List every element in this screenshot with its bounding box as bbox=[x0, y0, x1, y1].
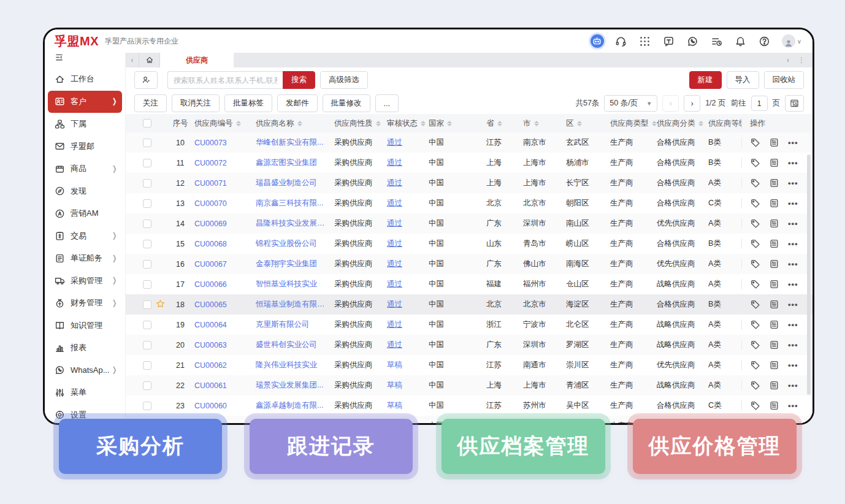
more-actions-icon[interactable]: ••• bbox=[788, 320, 798, 329]
tag-icon[interactable] bbox=[750, 218, 760, 229]
more-actions-icon[interactable]: ••• bbox=[788, 138, 798, 147]
translate-bubble-icon[interactable] bbox=[662, 34, 676, 48]
supplier-name-link[interactable]: 盛世科创实业公司 bbox=[256, 340, 317, 350]
tag-icon[interactable] bbox=[750, 380, 760, 391]
overlay-button-2[interactable]: 跟进记录 bbox=[250, 419, 413, 474]
column-header-category[interactable]: 供应商分类 bbox=[657, 118, 708, 129]
ai-assistant-icon[interactable] bbox=[591, 34, 604, 48]
more-actions-icon[interactable]: ••• bbox=[788, 280, 798, 289]
advanced-filter-button[interactable]: 高级筛选 bbox=[320, 71, 368, 89]
tag-icon[interactable] bbox=[750, 178, 760, 188]
supplier-code-link[interactable]: CU00067 bbox=[194, 260, 227, 269]
detail-form-icon[interactable] bbox=[769, 218, 779, 229]
supplier-name-link[interactable]: 恒瑞基业制造有限… bbox=[256, 299, 325, 310]
table-row[interactable]: 12CU00071瑞昌盛业制造公司采购供应商通过中国上海上海市长宁区生产商合格供… bbox=[126, 173, 812, 193]
row-checkbox[interactable] bbox=[143, 361, 151, 370]
tag-icon[interactable] bbox=[750, 259, 760, 269]
row-checkbox[interactable] bbox=[143, 341, 151, 349]
audit-status-link[interactable]: 草稿 bbox=[387, 380, 402, 391]
column-header-nature[interactable]: 供应商性质 bbox=[334, 118, 387, 129]
audit-status-link[interactable]: 通过 bbox=[387, 239, 402, 249]
table-row[interactable]: 20CU00063盛世科创实业公司采购供应商通过中国广东深圳市罗湖区生产商战略供… bbox=[126, 335, 812, 355]
prev-page-button[interactable]: ‹ bbox=[662, 95, 679, 112]
star-icon[interactable] bbox=[156, 299, 165, 310]
supplier-name-link[interactable]: 锦程实业股份公司 bbox=[256, 239, 317, 249]
column-header-status[interactable]: 审核状态 bbox=[387, 118, 429, 129]
tab-suppliers[interactable]: 供应商 bbox=[160, 53, 234, 67]
supplier-code-link[interactable]: CU00061 bbox=[194, 381, 227, 390]
table-row[interactable]: 11CU00072鑫源宏图实业集团采购供应商通过中国上海上海市杨浦市生产商合格供… bbox=[126, 153, 812, 173]
supplier-code-link[interactable]: CU00068 bbox=[194, 240, 227, 248]
user-avatar[interactable]: ∨ bbox=[782, 34, 801, 48]
sidebar-item-8[interactable]: 交易❯ bbox=[48, 225, 122, 248]
row-checkbox[interactable] bbox=[143, 240, 151, 248]
supplier-code-link[interactable]: CU00065 bbox=[194, 300, 227, 309]
tab-home-icon[interactable] bbox=[139, 53, 160, 67]
more-actions-icon[interactable]: ••• bbox=[788, 401, 798, 410]
supplier-name-link[interactable]: 瑞昌盛业制造公司 bbox=[256, 178, 317, 188]
supplier-name-link[interactable]: 鑫源卓越制造有限... bbox=[256, 400, 323, 411]
row-checkbox[interactable] bbox=[143, 179, 151, 188]
row-checkbox[interactable] bbox=[143, 280, 151, 289]
table-row[interactable]: 17CU00066智恒基业科技实业采购供应商通过中国福建福州市仓山区生产商战略供… bbox=[126, 274, 812, 294]
sidebar-item-11[interactable]: 财务管理❯ bbox=[48, 292, 122, 315]
column-header-name[interactable]: 供应商名称 bbox=[256, 118, 334, 129]
column-header-type[interactable]: 供应商类型 bbox=[610, 118, 657, 129]
sidebar-item-9[interactable]: 单证船务❯ bbox=[48, 247, 122, 270]
sort-icon[interactable] bbox=[652, 121, 657, 126]
supplier-name-link[interactable]: 瑞景实业发展集团... bbox=[256, 380, 323, 391]
row-checkbox[interactable] bbox=[143, 199, 151, 208]
row-checkbox[interactable] bbox=[143, 159, 151, 167]
column-header-province[interactable]: 省 bbox=[486, 118, 523, 129]
detail-form-icon[interactable] bbox=[769, 158, 779, 168]
select-all-checkbox[interactable] bbox=[143, 119, 151, 128]
sidebar-item-14[interactable]: WhatsAp...❯ bbox=[48, 359, 122, 382]
supplier-name-link[interactable]: 昌隆科技实业发展… bbox=[256, 218, 325, 229]
detail-form-icon[interactable] bbox=[769, 178, 779, 188]
detail-form-icon[interactable] bbox=[769, 340, 779, 350]
row-checkbox[interactable] bbox=[143, 139, 151, 147]
import-button[interactable]: 导入 bbox=[727, 71, 759, 89]
row-checkbox[interactable] bbox=[143, 220, 151, 228]
table-row[interactable]: 10CU00073华峰创新实业有限...采购供应商通过中国江苏南京市玄武区生产商… bbox=[126, 132, 812, 153]
table-settings-icon[interactable] bbox=[785, 95, 804, 112]
supplier-name-link[interactable]: 华峰创新实业有限... bbox=[256, 137, 323, 148]
detail-form-icon[interactable] bbox=[769, 239, 779, 249]
tag-icon[interactable] bbox=[750, 279, 760, 289]
overlay-button-1[interactable]: 采购分析 bbox=[59, 419, 222, 474]
table-row[interactable]: 13CU00070南京鑫三科技有限...采购供应商通过中国北京北京市朝阳区生产商… bbox=[126, 193, 812, 213]
batch-button-1[interactable]: 关注 bbox=[134, 94, 167, 112]
table-row[interactable]: 18CU00065恒瑞基业制造有限…采购供应商通过中国北京北京市海淀区生产商合格… bbox=[126, 294, 812, 315]
tag-icon[interactable] bbox=[750, 340, 760, 350]
sidebar-item-5[interactable]: 商品❯ bbox=[48, 158, 122, 180]
sidebar-item-13[interactable]: 报表 bbox=[48, 337, 122, 359]
audit-status-link[interactable]: 通过 bbox=[387, 198, 402, 208]
batch-button-4[interactable]: 发邮件 bbox=[277, 94, 318, 112]
row-checkbox[interactable] bbox=[143, 381, 151, 390]
more-actions-icon[interactable]: ••• bbox=[788, 381, 798, 390]
next-page-button[interactable]: › bbox=[684, 95, 700, 112]
supplier-code-link[interactable]: CU00062 bbox=[194, 361, 227, 370]
table-row[interactable]: 14CU00069昌隆科技实业发展…采购供应商通过中国广东深圳市南山区生产商优先… bbox=[126, 213, 812, 234]
whatsapp-icon[interactable] bbox=[686, 34, 700, 48]
audit-status-link[interactable]: 通过 bbox=[387, 319, 402, 330]
sort-icon[interactable] bbox=[376, 121, 381, 126]
more-actions-icon[interactable]: ••• bbox=[788, 300, 798, 309]
sidebar-item-3[interactable]: 下属 bbox=[48, 113, 122, 136]
sidebar-item-12[interactable]: 知识管理 bbox=[48, 315, 122, 337]
sidebar-item-15[interactable]: 菜单 bbox=[48, 381, 122, 404]
audit-status-link[interactable]: 通过 bbox=[387, 299, 402, 310]
supplier-code-link[interactable]: CU00071 bbox=[194, 179, 227, 188]
tag-icon[interactable] bbox=[750, 198, 760, 208]
sort-icon[interactable] bbox=[236, 121, 241, 126]
table-row[interactable]: 22CU00061瑞景实业发展集团...采购供应商草稿中国上海上海市青浦区生产商… bbox=[126, 375, 812, 395]
supplier-code-link[interactable]: CU00060 bbox=[194, 402, 227, 410]
overlay-button-4[interactable]: 供应价格管理 bbox=[633, 419, 797, 474]
tab-more-icon[interactable]: ⋮ bbox=[798, 56, 805, 64]
sort-icon[interactable] bbox=[447, 121, 452, 126]
contact-filter-icon[interactable] bbox=[134, 71, 158, 89]
tab-forward-icon[interactable]: › bbox=[787, 56, 789, 64]
overlay-button-3[interactable]: 供应档案管理 bbox=[442, 419, 605, 474]
tag-icon[interactable] bbox=[750, 400, 760, 411]
supplier-code-link[interactable]: CU00072 bbox=[194, 159, 227, 167]
